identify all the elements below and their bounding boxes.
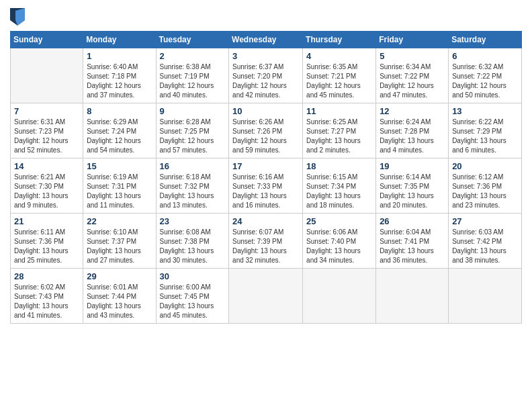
day-info: Sunrise: 6:32 AMSunset: 7:22 PMDaylight:… xyxy=(452,62,518,100)
day-number: 7 xyxy=(14,106,79,116)
header xyxy=(10,7,522,26)
calendar-cell: 14Sunrise: 6:21 AMSunset: 7:30 PMDayligh… xyxy=(11,158,83,214)
week-row-2: 14Sunrise: 6:21 AMSunset: 7:30 PMDayligh… xyxy=(11,158,522,214)
calendar-cell: 6Sunrise: 6:32 AMSunset: 7:22 PMDaylight… xyxy=(449,48,522,103)
day-number: 2 xyxy=(160,51,226,61)
day-info: Sunrise: 6:28 AMSunset: 7:25 PMDaylight:… xyxy=(160,118,226,155)
day-info: Sunrise: 6:22 AMSunset: 7:29 PMDaylight:… xyxy=(452,118,518,155)
day-number: 25 xyxy=(306,216,372,226)
day-info: Sunrise: 6:02 AMSunset: 7:43 PMDaylight:… xyxy=(14,283,79,320)
day-info: Sunrise: 6:24 AMSunset: 7:28 PMDaylight:… xyxy=(380,118,445,155)
calendar-cell xyxy=(303,269,376,324)
day-info: Sunrise: 6:29 AMSunset: 7:24 PMDaylight:… xyxy=(87,118,152,155)
calendar-cell: 26Sunrise: 6:04 AMSunset: 7:41 PMDayligh… xyxy=(376,214,449,269)
day-number: 27 xyxy=(452,216,518,226)
calendar-cell xyxy=(376,269,449,324)
day-info: Sunrise: 6:08 AMSunset: 7:38 PMDaylight:… xyxy=(160,228,226,265)
day-info: Sunrise: 6:37 AMSunset: 7:20 PMDaylight:… xyxy=(232,62,299,100)
day-info: Sunrise: 6:00 AMSunset: 7:45 PMDaylight:… xyxy=(160,283,226,320)
day-info: Sunrise: 6:35 AMSunset: 7:21 PMDaylight:… xyxy=(306,62,372,100)
header-day-thursday: Thursday xyxy=(303,32,376,48)
day-info: Sunrise: 6:21 AMSunset: 7:30 PMDaylight:… xyxy=(14,173,79,210)
day-number: 10 xyxy=(232,106,299,116)
day-number: 22 xyxy=(87,216,152,226)
day-info: Sunrise: 6:03 AMSunset: 7:42 PMDaylight:… xyxy=(452,228,518,265)
day-number: 5 xyxy=(380,51,445,61)
logo xyxy=(10,7,28,26)
day-number: 12 xyxy=(380,106,445,116)
calendar-cell: 10Sunrise: 6:26 AMSunset: 7:26 PMDayligh… xyxy=(229,103,303,158)
calendar-cell: 13Sunrise: 6:22 AMSunset: 7:29 PMDayligh… xyxy=(449,103,522,158)
header-day-monday: Monday xyxy=(83,32,156,48)
calendar-cell: 24Sunrise: 6:07 AMSunset: 7:39 PMDayligh… xyxy=(229,214,303,269)
header-day-saturday: Saturday xyxy=(449,32,522,48)
calendar-cell: 2Sunrise: 6:38 AMSunset: 7:19 PMDaylight… xyxy=(156,48,229,103)
calendar-cell xyxy=(11,48,83,103)
calendar-cell: 19Sunrise: 6:14 AMSunset: 7:35 PMDayligh… xyxy=(376,158,449,214)
day-number: 15 xyxy=(87,161,152,171)
day-info: Sunrise: 6:14 AMSunset: 7:35 PMDaylight:… xyxy=(380,173,445,210)
day-number: 3 xyxy=(232,51,299,61)
day-info: Sunrise: 6:10 AMSunset: 7:37 PMDaylight:… xyxy=(87,228,152,265)
calendar-cell: 4Sunrise: 6:35 AMSunset: 7:21 PMDaylight… xyxy=(303,48,376,103)
calendar-cell: 3Sunrise: 6:37 AMSunset: 7:20 PMDaylight… xyxy=(229,48,303,103)
day-number: 6 xyxy=(452,51,518,61)
week-row-3: 21Sunrise: 6:11 AMSunset: 7:36 PMDayligh… xyxy=(11,214,522,269)
calendar-cell: 30Sunrise: 6:00 AMSunset: 7:45 PMDayligh… xyxy=(156,269,229,324)
calendar-cell xyxy=(449,269,522,324)
day-number: 11 xyxy=(306,106,372,116)
calendar-cell: 29Sunrise: 6:01 AMSunset: 7:44 PMDayligh… xyxy=(83,269,156,324)
header-day-friday: Friday xyxy=(376,32,449,48)
calendar-cell: 21Sunrise: 6:11 AMSunset: 7:36 PMDayligh… xyxy=(11,214,83,269)
calendar-cell: 28Sunrise: 6:02 AMSunset: 7:43 PMDayligh… xyxy=(11,269,83,324)
calendar-cell: 23Sunrise: 6:08 AMSunset: 7:38 PMDayligh… xyxy=(156,214,229,269)
day-number: 13 xyxy=(452,106,518,116)
day-number: 9 xyxy=(160,106,226,116)
day-info: Sunrise: 6:07 AMSunset: 7:39 PMDaylight:… xyxy=(232,228,299,265)
day-info: Sunrise: 6:38 AMSunset: 7:19 PMDaylight:… xyxy=(160,62,226,100)
header-day-sunday: Sunday xyxy=(11,32,83,48)
calendar-cell: 5Sunrise: 6:34 AMSunset: 7:22 PMDaylight… xyxy=(376,48,449,103)
day-number: 18 xyxy=(306,161,372,171)
calendar-cell: 16Sunrise: 6:18 AMSunset: 7:32 PMDayligh… xyxy=(156,158,229,214)
week-row-0: 1Sunrise: 6:40 AMSunset: 7:18 PMDaylight… xyxy=(11,48,522,103)
day-info: Sunrise: 6:06 AMSunset: 7:40 PMDaylight:… xyxy=(306,228,372,265)
calendar-cell: 12Sunrise: 6:24 AMSunset: 7:28 PMDayligh… xyxy=(376,103,449,158)
day-info: Sunrise: 6:18 AMSunset: 7:32 PMDaylight:… xyxy=(160,173,226,210)
day-info: Sunrise: 6:15 AMSunset: 7:34 PMDaylight:… xyxy=(306,173,372,210)
calendar-cell: 8Sunrise: 6:29 AMSunset: 7:24 PMDaylight… xyxy=(83,103,156,158)
day-number: 17 xyxy=(232,161,299,171)
calendar-cell xyxy=(229,269,303,324)
day-info: Sunrise: 6:25 AMSunset: 7:27 PMDaylight:… xyxy=(306,118,372,155)
calendar-cell: 20Sunrise: 6:12 AMSunset: 7:36 PMDayligh… xyxy=(449,158,522,214)
day-number: 23 xyxy=(160,216,226,226)
calendar-cell: 9Sunrise: 6:28 AMSunset: 7:25 PMDaylight… xyxy=(156,103,229,158)
calendar-cell: 27Sunrise: 6:03 AMSunset: 7:42 PMDayligh… xyxy=(449,214,522,269)
day-info: Sunrise: 6:12 AMSunset: 7:36 PMDaylight:… xyxy=(452,173,518,210)
calendar-cell: 22Sunrise: 6:10 AMSunset: 7:37 PMDayligh… xyxy=(83,214,156,269)
day-number: 4 xyxy=(306,51,372,61)
day-number: 30 xyxy=(160,271,226,281)
day-number: 24 xyxy=(232,216,299,226)
day-info: Sunrise: 6:31 AMSunset: 7:23 PMDaylight:… xyxy=(14,118,79,155)
day-info: Sunrise: 6:11 AMSunset: 7:36 PMDaylight:… xyxy=(14,228,79,265)
calendar-table: SundayMondayTuesdayWednesdayThursdayFrid… xyxy=(10,31,522,324)
day-number: 8 xyxy=(87,106,152,116)
calendar-cell: 18Sunrise: 6:15 AMSunset: 7:34 PMDayligh… xyxy=(303,158,376,214)
day-info: Sunrise: 6:34 AMSunset: 7:22 PMDaylight:… xyxy=(380,62,445,100)
day-number: 26 xyxy=(380,216,445,226)
calendar-cell: 1Sunrise: 6:40 AMSunset: 7:18 PMDaylight… xyxy=(83,48,156,103)
svg-marker-1 xyxy=(15,8,25,26)
day-info: Sunrise: 6:40 AMSunset: 7:18 PMDaylight:… xyxy=(87,62,152,100)
day-number: 20 xyxy=(452,161,518,171)
page-container: SundayMondayTuesdayWednesdayThursdayFrid… xyxy=(0,0,532,330)
calendar-cell: 7Sunrise: 6:31 AMSunset: 7:23 PMDaylight… xyxy=(11,103,83,158)
day-info: Sunrise: 6:16 AMSunset: 7:33 PMDaylight:… xyxy=(232,173,299,210)
day-number: 28 xyxy=(14,271,79,281)
day-info: Sunrise: 6:04 AMSunset: 7:41 PMDaylight:… xyxy=(380,228,445,265)
day-info: Sunrise: 6:19 AMSunset: 7:31 PMDaylight:… xyxy=(87,173,152,210)
day-number: 29 xyxy=(87,271,152,281)
day-number: 14 xyxy=(14,161,79,171)
day-number: 1 xyxy=(87,51,152,61)
calendar-cell: 17Sunrise: 6:16 AMSunset: 7:33 PMDayligh… xyxy=(229,158,303,214)
